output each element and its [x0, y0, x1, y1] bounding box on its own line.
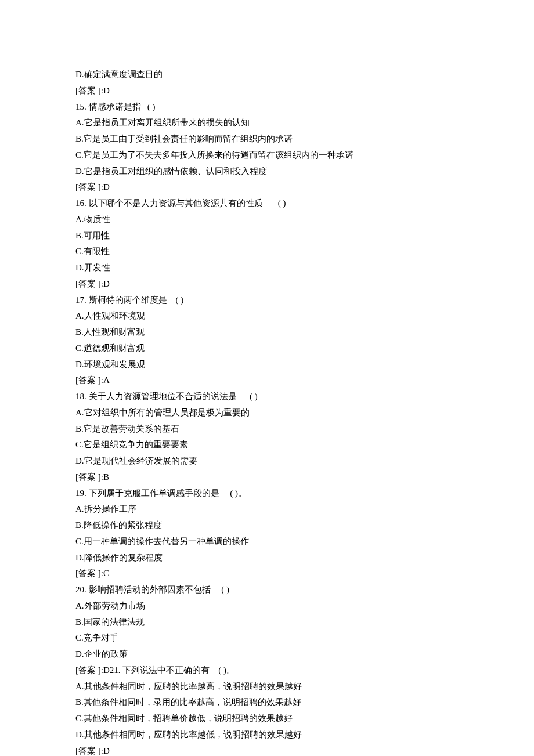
option-line: A.物质性 — [75, 212, 459, 228]
option-line: A.其他条件相同时，应聘的比率越高，说明招聘的效果越好 — [75, 679, 459, 695]
option-line: B.降低操作的紧张程度 — [75, 518, 459, 534]
answer-line: [答案 ]:B — [75, 469, 459, 486]
answer-line: [答案 ]:D — [75, 276, 459, 292]
option-line: C.有限性 — [75, 244, 459, 260]
question-line: 15. 情感承诺是指 ( ) — [75, 99, 459, 115]
option-line: B.其他条件相同时，录用的比率越高，说明招聘的效果越好 — [75, 694, 459, 711]
answer-line: [答案 ]:D — [75, 179, 459, 196]
option-line: C.竞争对手 — [75, 630, 459, 646]
option-line: D.它是现代社会经济发展的需要 — [75, 453, 459, 469]
answer-question-line: [答案 ]:D21. 下列说法中不正确的有 ( )。 — [75, 663, 459, 679]
answer-line: [答案 ]:D — [75, 743, 459, 757]
option-line: A.人性观和环境观 — [75, 308, 459, 324]
option-line: A.外部劳动力市场 — [75, 598, 459, 614]
question-line: 17. 斯柯特的两个维度是 ( ) — [75, 292, 459, 309]
answer-line: [答案 ]:A — [75, 372, 459, 389]
option-line: D.企业的政策 — [75, 646, 459, 663]
option-line: B.它是员工由于受到社会责任的影响而留在组织内的承诺 — [75, 131, 459, 147]
option-line: C.道德观和财富观 — [75, 341, 459, 357]
option-line: A.它是指员工对离开组织所带来的损失的认知 — [75, 115, 459, 131]
text-line: D.确定满意度调查目的 — [75, 67, 459, 83]
option-line: C.它是员工为了不失去多年投入所换来的待遇而留在该组织内的一种承诺 — [75, 147, 459, 164]
option-line: B.它是改善劳动关系的基石 — [75, 421, 459, 437]
option-line: B.人性观和财富观 — [75, 324, 459, 341]
question-line: 19. 下列属于克服工作单调感手段的是 ( )。 — [75, 486, 459, 502]
option-line: B.可用性 — [75, 228, 459, 244]
question-line: 18. 关于人力资源管理地位不合适的说法是 ( ) — [75, 389, 459, 405]
option-line: D.环境观和发展观 — [75, 357, 459, 373]
answer-line: [答案 ]:D — [75, 83, 459, 99]
option-line: C.用一种单调的操作去代替另一种单调的操作 — [75, 534, 459, 550]
document-page: D.确定满意度调查目的 [答案 ]:D 15. 情感承诺是指 ( ) A.它是指… — [0, 0, 534, 756]
option-line: D.它是指员工对组织的感情依赖、认同和投入程度 — [75, 164, 459, 180]
option-line: D.降低操作的复杂程度 — [75, 550, 459, 566]
option-line: C.它是组织竞争力的重要要素 — [75, 437, 459, 453]
option-line: A.它对组织中所有的管理人员都是极为重要的 — [75, 405, 459, 421]
option-line: D.其他条件相同时，应聘的比率越低，说明招聘的效果越好 — [75, 727, 459, 743]
question-line: 20. 影响招聘活动的外部因素不包括 ( ) — [75, 582, 459, 598]
option-line: D.开发性 — [75, 260, 459, 276]
option-line: B.国家的法律法规 — [75, 614, 459, 631]
option-line: A.拆分操作工序 — [75, 501, 459, 518]
option-line: C.其他条件相同时，招聘单价越低，说明招聘的效果越好 — [75, 711, 459, 727]
question-line: 16. 以下哪个不是人力资源与其他资源共有的性质 ( ) — [75, 196, 459, 212]
answer-line: [答案 ]:C — [75, 566, 459, 582]
